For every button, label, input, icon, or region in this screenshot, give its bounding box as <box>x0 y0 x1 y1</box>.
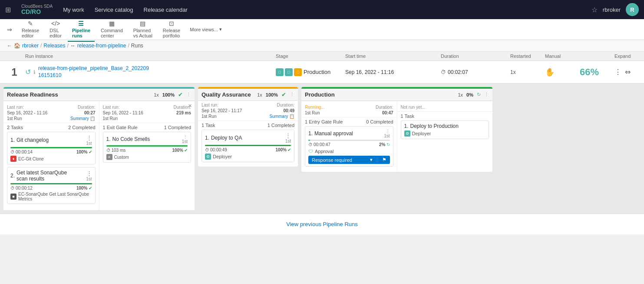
qa-duration-label: Duration: <box>248 103 294 107</box>
run-number: 1 <box>3 66 25 78</box>
nav-command-center[interactable]: ▦ Commandcenter <box>96 17 127 42</box>
rr-tasks-panel: Last run: Duration: Sep 16, 2022 - 11:16… <box>3 101 99 210</box>
pipeline-runs-icon: ☰ <box>78 20 84 27</box>
run-duration-cell: ⏱ 00:02:07 <box>441 69 510 75</box>
prod-gate-header: 1 Entry Gate Rule 0 Completed <box>305 119 393 124</box>
task1-pct: 100% <box>76 150 88 154</box>
approval-spinner-icon: ↻ <box>386 142 390 147</box>
rr-more-icon[interactable]: ⋮ <box>186 92 191 97</box>
task-sonarqube: 2. Get latest SonarQubescan results ⋮ 1s… <box>7 167 96 204</box>
rr-gate-panel: ✕ Last run: Duration: Sep 16, 2022 - 11:… <box>99 101 195 210</box>
more-views-button[interactable]: More views... ▾ <box>186 24 225 35</box>
back-arrow-icon[interactable]: ← <box>7 43 12 49</box>
qa-clock-icon: ⏱ <box>205 147 209 152</box>
prod-run-info: Running... Duration: 1st Run 00:47 <box>301 103 397 117</box>
task1-more-icon[interactable]: ⋮ <box>86 134 92 141</box>
task2-run: 1st <box>86 177 92 181</box>
prod-run-order: 1st Run <box>305 110 349 115</box>
secondary-navigation: ⇒ ✎ Releaseeditor </> DSLeditor ☰ Pipeli… <box>0 19 644 40</box>
gate-no-code-smells: 1. No Code Smells ⋮ 1st <box>103 132 192 163</box>
approval-time: ⏱ 00:00:47 <box>308 142 330 147</box>
action-more-icon[interactable]: ⋮ <box>614 68 621 76</box>
approval-more-icon[interactable]: ⋮ <box>386 129 390 134</box>
nav-dsl-editor[interactable]: </> DSLeditor <box>45 17 66 42</box>
task2-more-icon[interactable]: ⋮ <box>86 170 92 177</box>
prod-stage-name: Production <box>305 91 335 98</box>
qa-task-more-icon[interactable]: ⋮ <box>285 132 291 139</box>
planned-actual-icon: ▤ <box>140 20 145 27</box>
col-duration: Duration <box>441 53 510 59</box>
prod-deployer-label: Deployer <box>412 131 431 136</box>
rr2-last-run-label: Last run: <box>103 105 147 110</box>
qa-summary-link[interactable]: Summary 📋 <box>248 114 294 119</box>
task2-footer: ⏱ 00:00:12 100% ✔ <box>10 186 92 190</box>
task2-time: ⏱ 00:00:12 <box>10 186 33 190</box>
rr2-run-order: 1st Run <box>103 116 147 121</box>
qa-task-run: 1st <box>285 139 291 144</box>
task2-type-icon: ■ <box>10 194 17 200</box>
nav-release-editor[interactable]: ✎ Releaseeditor <box>17 17 43 42</box>
breadcrumb-pipeline[interactable]: release-from-pipeline <box>77 43 126 49</box>
response-required-label: Response required <box>312 157 352 163</box>
nav-pipeline-runs[interactable]: ☰ Pipelineruns <box>68 17 95 42</box>
duration-clock-icon: ⏱ <box>441 69 446 75</box>
app-grid-icon[interactable]: ⊞ <box>5 6 11 14</box>
nav-release-calendar[interactable]: Release calendar <box>144 5 188 15</box>
favorite-icon[interactable]: ☆ <box>591 6 598 14</box>
qa-run-info: Last run: Duration: Sep 16, 2022 - 11:17… <box>198 101 298 121</box>
nav-planned-actual[interactable]: ▤ Plannedvs Actual <box>129 17 157 42</box>
response-flag-icon[interactable]: ⚑ <box>382 157 386 163</box>
nav-service-catalog[interactable]: Service catalog <box>95 5 133 15</box>
approval-shield-icon: 🛡 <box>308 149 313 154</box>
prod-refresh-icon[interactable]: ↻ <box>477 92 481 97</box>
qa-task-name: 1. Deploy to QA <box>205 135 242 141</box>
run-start-time: Sep 16, 2022 - 11:16 <box>345 69 441 75</box>
col-start-time: Start time <box>345 53 441 59</box>
qa-more-icon[interactable]: ⋮ <box>290 92 294 97</box>
prod-more-icon[interactable]: ⋮ <box>484 92 489 97</box>
action-expand-icon[interactable]: ⇔ <box>625 68 631 76</box>
task1-clock-icon: ⏱ <box>10 150 15 154</box>
user-avatar[interactable]: R <box>626 3 639 16</box>
approval-progress-fill <box>308 140 310 141</box>
approval-footer: ⏱ 00:00:47 2% ↻ <box>308 142 390 147</box>
nav-release-portfolio[interactable]: ⊡ Releaseportfolio <box>159 17 185 42</box>
release-portfolio-icon: ⊡ <box>169 20 174 27</box>
nav-my-work[interactable]: My work <box>63 5 84 15</box>
rr-task-completed: 2 Completed <box>68 125 95 130</box>
approval-progress-bg <box>308 140 390 141</box>
qa-task-completed: 1 Completed <box>268 123 294 128</box>
task1-run: 1st <box>86 141 92 146</box>
task-git-changelog-header: 1. Git changelog ⋮ 1st <box>10 134 92 146</box>
view-previous-button[interactable]: View previous Pipeline Runs <box>0 214 644 234</box>
run-restarted: 1x <box>510 69 545 75</box>
response-required-bar[interactable]: Response required ▾ 👤 ⚑ <box>308 156 390 164</box>
breadcrumb-rbroker[interactable]: rbroker <box>22 43 39 49</box>
table-header: Run instance Stage Start time Duration R… <box>0 52 644 61</box>
response-person-icon[interactable]: 👤 <box>374 157 380 163</box>
rr-last-run-date: Sep 16, 2022 - 11:16 <box>7 110 51 115</box>
run-info-icon[interactable]: ℹ <box>33 69 36 75</box>
gate-ncs-more-icon[interactable]: ⋮ <box>183 134 188 139</box>
prod-running-label: Running... <box>305 105 349 110</box>
home-icon: 🏠 <box>14 43 20 49</box>
task1-num: 1. <box>10 137 15 143</box>
gate-ncs-time: ⏱ 103 ms <box>106 148 126 153</box>
qa-deployer-icon: ⚙ <box>205 154 211 160</box>
breadcrumb-releases[interactable]: Releases <box>43 43 65 49</box>
qa-stage-meta: 1x 100% ✔ ⋮ <box>257 91 294 98</box>
approval-clock-icon: ⏱ <box>308 142 313 147</box>
release-editor-icon: ✎ <box>28 20 33 27</box>
run-percent: 66% <box>580 67 614 78</box>
task2-icon-row: ■ EC-SonarQube Get Last SonarQubeMetrics <box>10 192 92 201</box>
gate-manual-approval: 1. Manual approval ⋮ 1st <box>305 126 393 167</box>
gate-clock-icon: ⏱ <box>106 148 111 153</box>
approval-type-label: Approval <box>315 149 334 154</box>
response-dropdown-icon[interactable]: ▾ <box>370 157 373 163</box>
prod-task-header: 1. Deploy to Production <box>404 123 486 129</box>
rr-summary-link[interactable]: Summary 📋 <box>52 116 96 121</box>
rr-close-icon[interactable]: ✕ <box>188 103 192 109</box>
forward-icon[interactable]: ⇒ <box>7 26 12 33</box>
qa-task-progress-fill <box>205 145 291 146</box>
task-sonarqube-name: 2. Get latest SonarQubescan results <box>10 170 67 182</box>
